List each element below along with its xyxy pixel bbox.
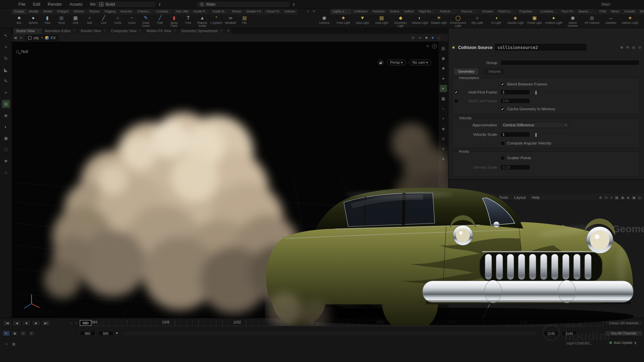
transport-0[interactable]: |◀ bbox=[3, 320, 11, 326]
realtime-toggle-button[interactable]: ≡ bbox=[28, 330, 35, 336]
brush-tool[interactable]: ✎ bbox=[2, 77, 10, 85]
path-context[interactable]: obj bbox=[34, 36, 39, 40]
node-generic[interactable] bbox=[549, 243, 562, 246]
tool-sky-light[interactable]: ○Sky Light bbox=[468, 15, 487, 28]
grid-icon[interactable]: ▦ bbox=[449, 195, 458, 200]
tool-switcher[interactable]: ↔Switcher bbox=[601, 15, 621, 28]
shelf-tab-particle-fl[interactable]: Particle Fl... bbox=[438, 9, 459, 14]
tool-portal-light[interactable]: ▣Portal Light bbox=[525, 15, 544, 28]
scale-tool[interactable]: ◣ bbox=[2, 66, 10, 74]
close-icon[interactable]: × bbox=[104, 29, 105, 34]
search-icon[interactable]: ◎ bbox=[632, 45, 635, 50]
tab-volume[interactable]: Volume bbox=[484, 68, 505, 75]
scheme-spinner[interactable]: ▲▼ bbox=[291, 1, 297, 8]
tool-gi-light[interactable]: ◑GI Light bbox=[487, 15, 506, 28]
wrench-icon[interactable]: ⊕ bbox=[599, 195, 602, 199]
transport-3[interactable]: ▶ bbox=[32, 320, 41, 326]
shelf-tab-lights-and[interactable]: Lights and... bbox=[330, 9, 351, 14]
transport-1[interactable]: ◀ bbox=[12, 320, 21, 326]
shelf-tab-particles[interactable]: Particles bbox=[370, 9, 387, 14]
menu-render[interactable]: Render bbox=[44, 2, 66, 7]
auto-update-selector[interactable]: Auto Update ▲▼ bbox=[609, 341, 637, 345]
shelf-tab-hair-utils[interactable]: Hair Utils bbox=[173, 9, 191, 14]
netmenu-help[interactable]: Help bbox=[529, 195, 543, 199]
isolate-tool[interactable]: □ bbox=[2, 145, 10, 154]
shelf-tab-terrain[interactable]: Terrain bbox=[229, 9, 244, 14]
tab-scene-view[interactable]: Scene View× bbox=[13, 28, 42, 34]
tool-metaball[interactable]: ∞Metaball bbox=[223, 15, 237, 28]
shelf-tab-constrai[interactable]: Constrai... bbox=[154, 9, 173, 14]
playbar-options-icon[interactable]: ≡ bbox=[3, 341, 9, 347]
network-editor[interactable]: ▦ EditGoViewToolsLayoutHelp ⊕ ⊙ ≡ ▦ ◉ ◈ … bbox=[449, 179, 644, 318]
light-tool[interactable]: ★ bbox=[2, 157, 10, 165]
netmenu-view[interactable]: View bbox=[482, 195, 496, 199]
shelf-tab-pyro-fx[interactable]: Pyro FX bbox=[559, 9, 575, 14]
group-field[interactable] bbox=[500, 60, 639, 65]
tab-animation-editor[interactable]: Animation Editor× bbox=[42, 28, 78, 34]
tab-add[interactable]: + bbox=[225, 28, 231, 34]
overlay-icon[interactable]: ▣ bbox=[632, 195, 636, 199]
snap-tool[interactable]: ⊙ bbox=[2, 100, 10, 108]
range-end2-field[interactable]: 1145 bbox=[561, 331, 577, 336]
netmenu-go[interactable]: Go bbox=[471, 195, 482, 199]
shelf-tab-modify[interactable]: Modify bbox=[27, 9, 41, 14]
path-node[interactable]: FX bbox=[51, 36, 56, 40]
paint-tool[interactable]: ◈ bbox=[2, 111, 10, 119]
transport-4[interactable]: ▶| bbox=[42, 320, 50, 326]
shelf-tab-simple-fx[interactable]: Simple FX bbox=[244, 9, 263, 14]
frame-icon[interactable]: □ bbox=[438, 36, 440, 40]
list-icon[interactable]: ≡ bbox=[610, 195, 612, 199]
range-start2-field[interactable]: 980 bbox=[98, 331, 113, 336]
tool-spot-light[interactable]: ▼Spot Light bbox=[353, 15, 372, 28]
shelf-tab-texture[interactable]: Texture bbox=[87, 9, 102, 14]
netmenu-layout[interactable]: Layout bbox=[511, 195, 529, 199]
shelf-tab-wires[interactable]: Wires bbox=[609, 9, 622, 14]
network-canvas[interactable]: Geometry blast5 attribdelete1 Hold 8 or … bbox=[449, 201, 644, 318]
tool-environment-light[interactable]: ◯Environment Light bbox=[448, 15, 468, 28]
color-palette-icon[interactable]: ◈ bbox=[627, 195, 630, 199]
shelf-tab-cloud-fx[interactable]: Cloud FX bbox=[264, 9, 282, 14]
scene-path-field[interactable]: obj ▼ FX bbox=[24, 35, 59, 41]
tool-draw-curve[interactable]: ✎Draw Curve bbox=[139, 15, 153, 28]
close-icon[interactable]: × bbox=[37, 29, 39, 34]
shelf-tab-collisions[interactable]: Collisions bbox=[352, 9, 370, 14]
cache-geometry-checkbox[interactable]: ✔ bbox=[500, 107, 505, 111]
close-icon[interactable]: × bbox=[220, 29, 222, 34]
next-keyframe-button[interactable] bbox=[74, 321, 78, 325]
node-blast5[interactable] bbox=[536, 225, 551, 230]
tool-torus[interactable]: ◎Torus bbox=[54, 15, 68, 28]
shelf-tab-vellum[interactable]: Vellum bbox=[402, 9, 416, 14]
shelf-tab-muscles[interactable]: Muscles bbox=[118, 9, 135, 14]
shelf-tab-populate-c[interactable]: Populate C... bbox=[517, 9, 538, 14]
chevron-down-icon[interactable]: ▼ bbox=[41, 36, 43, 39]
home-tool[interactable]: ⌂ bbox=[2, 168, 10, 176]
pin-icon[interactable]: ⊙ bbox=[605, 195, 608, 199]
compute-angular-checkbox[interactable] bbox=[500, 141, 505, 145]
close-icon[interactable]: × bbox=[73, 29, 75, 34]
tab-motion-fx-view[interactable]: Motion FX View× bbox=[144, 28, 178, 34]
playbar-grid-icon[interactable]: ▦ bbox=[11, 341, 17, 347]
pin-icon[interactable]: ⊙ bbox=[638, 45, 641, 50]
shelf-tab-model[interactable]: Model bbox=[41, 9, 55, 14]
view-tool[interactable]: ◉ bbox=[2, 134, 10, 142]
tab-geometry[interactable]: Geometry bbox=[454, 68, 478, 75]
range-slider[interactable] bbox=[121, 332, 537, 335]
tool-tube[interactable]: ▮Tube bbox=[40, 15, 54, 28]
blend-between-frames-checkbox[interactable]: ✔ bbox=[500, 82, 505, 86]
keys-info-button[interactable]: 0 keys, 0/0 channels bbox=[605, 320, 643, 326]
tool-file[interactable]: ▤File bbox=[237, 15, 252, 28]
shelf-tab-guide-b[interactable]: Guide B... bbox=[210, 9, 229, 14]
shelf-tab-volume[interactable]: Volume bbox=[282, 9, 298, 14]
shelf-tab-polygon[interactable]: Polygon bbox=[55, 9, 71, 14]
tool-volume-light[interactable]: ◐Volume Light bbox=[410, 15, 429, 28]
tool-area-light[interactable]: ▤Area Light bbox=[372, 15, 391, 28]
timeline-ruler[interactable]: 984100810321056108011041128 bbox=[91, 320, 604, 326]
hold-last-frame-field[interactable]: 240 bbox=[500, 98, 530, 104]
tool-sphere[interactable]: ●Sphere bbox=[26, 15, 40, 28]
approximation-dropdown[interactable]: Central Difference▾ bbox=[500, 122, 569, 128]
pin-icon[interactable]: ⊙ bbox=[412, 36, 415, 40]
tool-platonic-solids[interactable]: ▲Platonic Solids bbox=[195, 15, 209, 28]
rotate-tool[interactable]: ↻ bbox=[2, 54, 10, 62]
grid-view-icon[interactable]: ▦ bbox=[615, 195, 619, 199]
link-icon[interactable]: ∞ bbox=[419, 36, 421, 40]
